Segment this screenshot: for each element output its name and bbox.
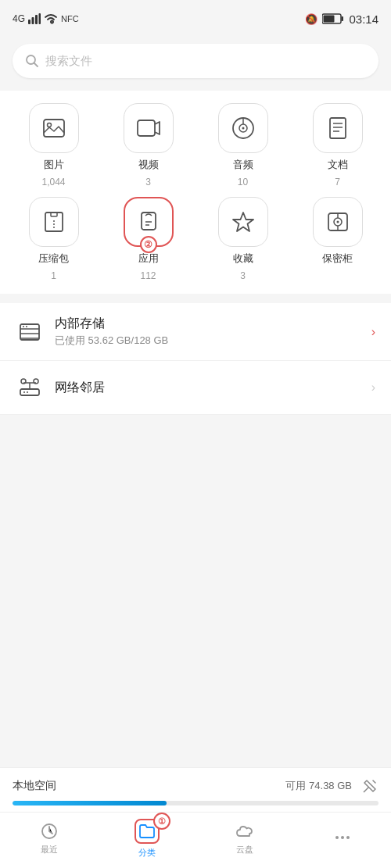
favorites-label: 收藏: [233, 252, 253, 266]
docs-label: 文档: [328, 158, 348, 172]
battery-icon: [322, 13, 344, 24]
time-display: 03:14: [349, 13, 378, 26]
more-icon: [333, 828, 352, 847]
tab-recent[interactable]: 最近: [0, 822, 98, 855]
audio-label: 音频: [233, 158, 253, 172]
file-type-favorites[interactable]: 收藏 3: [196, 197, 290, 281]
apps-icon-wrap: ②: [124, 197, 174, 247]
internal-storage-content: 内部存储 已使用 53.62 GB/128 GB: [55, 316, 371, 348]
archive-icon: [41, 209, 66, 234]
tab-bar: 最近 ① 分类 云盘: [0, 812, 391, 868]
archive-label: 压缩包: [38, 252, 69, 266]
apps-count: 112: [140, 270, 156, 281]
apps-label: 应用: [138, 252, 159, 266]
star-icon: [231, 209, 256, 234]
app-icon: [136, 209, 161, 234]
audio-icon: [231, 116, 256, 141]
search-placeholder: 搜索文件: [45, 54, 92, 69]
category-tab-wrap: ①: [135, 819, 160, 844]
tab-cloud[interactable]: 云盘: [196, 822, 293, 855]
svg-marker-26: [233, 213, 253, 231]
video-icon: [136, 116, 161, 141]
tab-annotation-badge: ①: [153, 813, 170, 830]
svg-point-36: [23, 326, 24, 327]
network-storage-icon: [16, 373, 44, 402]
svg-line-8: [34, 63, 38, 67]
svg-point-44: [27, 391, 28, 393]
svg-rect-21: [51, 213, 57, 216]
svg-rect-0: [28, 20, 30, 24]
app-annotation-badge: ②: [140, 236, 157, 253]
status-right: 🔕 03:14: [305, 13, 378, 26]
images-count: 1,044: [41, 177, 65, 188]
file-type-docs[interactable]: 文档 7: [290, 103, 385, 188]
storage-section: 内部存储 已使用 53.62 GB/128 GB › 网络邻居 ›: [0, 303, 391, 415]
svg-rect-5: [342, 16, 344, 21]
video-count: 3: [145, 177, 151, 188]
recent-tab-label: 最近: [41, 844, 58, 855]
storage-summary: 本地空间 可用 74.38 GB: [0, 767, 391, 812]
status-left: 4G NFC: [13, 13, 79, 24]
file-type-video[interactable]: 视频 3: [101, 103, 196, 188]
internal-storage-item[interactable]: 内部存储 已使用 53.62 GB/128 GB ›: [0, 303, 391, 361]
nfc-icon: NFC: [61, 14, 79, 23]
tab-category[interactable]: ① 分类: [98, 819, 196, 859]
search-bar[interactable]: 搜索文件: [13, 44, 378, 78]
cloud-icon: [235, 822, 254, 841]
file-type-archive[interactable]: 压缩包 1: [6, 197, 101, 281]
network-storage-arrow: ›: [371, 380, 375, 395]
bottom-panel: 本地空间 可用 74.38 GB: [0, 767, 391, 868]
network-storage-content: 网络邻居: [55, 380, 371, 396]
network-storage-title: 网络邻居: [55, 380, 371, 396]
file-type-apps[interactable]: ② 应用 112: [101, 197, 196, 281]
available-label: 可用 74.38 GB: [285, 779, 352, 793]
cloud-tab-label: 云盘: [236, 844, 253, 855]
video-icon-wrap: [124, 103, 174, 153]
folder-icon: [138, 822, 156, 841]
signal-icon: 4G: [13, 13, 25, 24]
file-type-safe[interactable]: 保密柜: [290, 197, 385, 281]
archive-icon-wrap: [29, 197, 79, 247]
video-label: 视频: [138, 158, 159, 172]
safe-icon: [325, 209, 350, 234]
tab-more[interactable]: [293, 828, 391, 850]
wifi-icon: [44, 13, 58, 24]
audio-icon-wrap: [218, 103, 268, 153]
storage-summary-row: 本地空间 可用 74.38 GB: [13, 777, 378, 795]
space-label: 本地空间: [13, 779, 56, 793]
search-icon: [25, 54, 39, 68]
signal-bars: [28, 13, 41, 24]
images-icon-wrap: [29, 103, 79, 153]
svg-rect-11: [138, 120, 155, 136]
svg-point-46: [335, 836, 339, 839]
svg-rect-3: [39, 13, 41, 24]
file-type-grid: 图片 1,044 视频 3 音频 10: [0, 91, 391, 294]
docs-count: 7: [335, 177, 340, 188]
audio-count: 10: [238, 177, 248, 188]
internal-storage-subtitle: 已使用 53.62 GB/128 GB: [55, 334, 371, 348]
file-type-images[interactable]: 图片 1,044: [6, 103, 101, 188]
images-label: 图片: [44, 158, 64, 172]
clock-icon: [40, 822, 59, 841]
svg-rect-38: [20, 389, 39, 395]
safe-label: 保密柜: [322, 252, 353, 266]
network-storage-item[interactable]: 网络邻居 ›: [0, 361, 391, 415]
image-icon: [41, 116, 66, 141]
svg-rect-9: [44, 120, 64, 137]
safe-icon-wrap: [313, 197, 363, 247]
svg-rect-23: [142, 213, 156, 230]
svg-point-48: [346, 836, 350, 839]
favorites-icon-wrap: [218, 197, 268, 247]
doc-icon: [325, 116, 350, 141]
file-type-audio[interactable]: 音频 10: [196, 103, 290, 188]
storage-bar-track: [13, 801, 378, 805]
svg-point-29: [336, 221, 339, 223]
svg-point-47: [341, 836, 344, 839]
archive-count: 1: [51, 270, 56, 281]
internal-storage-icon: [16, 318, 44, 346]
svg-rect-2: [35, 15, 38, 24]
svg-point-43: [23, 391, 25, 393]
storage-bar-fill: [13, 801, 167, 805]
docs-icon-wrap: [313, 103, 363, 153]
clean-icon[interactable]: [361, 777, 378, 795]
